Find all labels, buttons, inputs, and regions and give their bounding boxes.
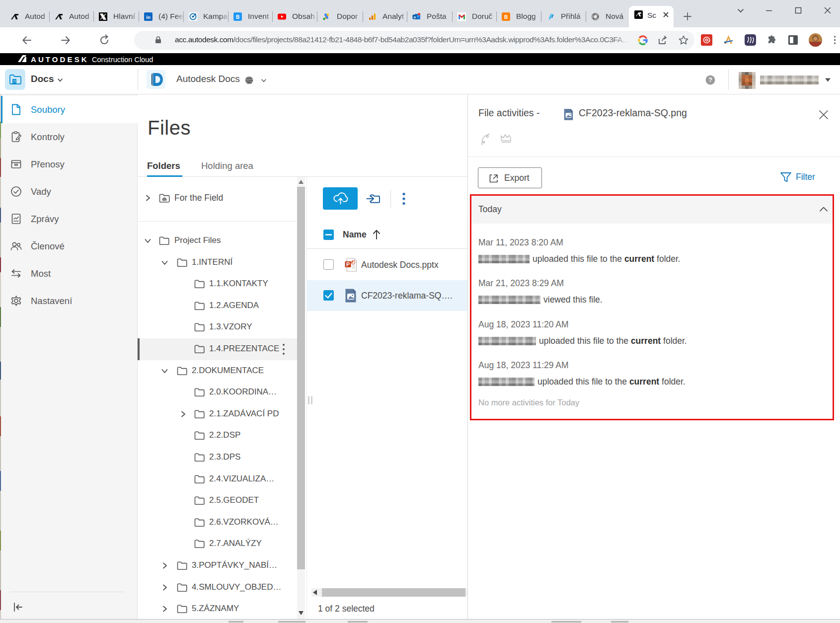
product-caret-icon[interactable] (260, 77, 267, 84)
window-minimize-button[interactable] (764, 5, 774, 15)
file-row-pptx[interactable]: P Autodesk Docs.pptx (306, 249, 467, 280)
browser-menu-kebab-icon[interactable] (829, 34, 840, 46)
tree-item-kebab-icon[interactable] (282, 343, 286, 355)
tab-search-icon[interactable] (736, 5, 746, 15)
chevron-right-icon[interactable] (161, 605, 168, 613)
sidebar-item-soubory[interactable]: Soubory (0, 96, 138, 123)
tree-item-2-2-dsp[interactable]: 2.2.DSP (138, 425, 297, 447)
new-tab-button[interactable] (682, 10, 693, 22)
collapse-sidebar-icon[interactable] (12, 601, 24, 613)
sort-ascending-icon[interactable] (372, 229, 382, 240)
chevron-right-icon[interactable] (161, 562, 168, 569)
extension-screenshot-icon[interactable] (723, 34, 734, 46)
chevron-down-icon[interactable] (161, 259, 168, 266)
column-header-name[interactable]: Name (343, 230, 367, 240)
tree-item-1-3-vzory[interactable]: 1.3.VZORY (138, 316, 297, 338)
tree-item-for-the-field[interactable]: For the Field (138, 188, 297, 208)
tree-item-2-4-vizualiza-[interactable]: 2.4.VIZUALIZA… (138, 468, 297, 490)
tab-holding-area[interactable]: Holding area (201, 160, 253, 171)
module-name[interactable]: Docs (31, 74, 54, 84)
sidebar-item-zpravy[interactable]: Zprávy (0, 205, 138, 233)
share-icon[interactable] (657, 34, 669, 46)
scroll-up-icon[interactable] (299, 180, 304, 184)
tab-9[interactable]: Pošta (427, 12, 454, 22)
tree-item-4-smlouvy-objed-[interactable]: 4.SMLOUVY_OBJED… (138, 577, 297, 599)
export-button[interactable]: Export (478, 167, 542, 188)
crown-icon[interactable] (499, 132, 513, 146)
tab-10[interactable]: Doruč (472, 12, 499, 22)
row-checkbox[interactable] (323, 259, 334, 270)
tree-item-2-1-zad-vac-pd[interactable]: 2.1.ZADÁVACÍ PD (138, 403, 297, 425)
tab-5[interactable]: Invent (248, 12, 275, 22)
browser-profile-avatar[interactable] (809, 33, 822, 47)
tree-item-1-2-agenda[interactable]: 1.2.AGENDA (138, 295, 297, 317)
window-maximize-button[interactable] (793, 5, 803, 15)
select-all-checkbox[interactable] (323, 230, 334, 240)
close-panel-icon[interactable] (818, 109, 829, 120)
extension-wave-icon[interactable] (745, 34, 756, 46)
window-close-button[interactable] (823, 5, 833, 15)
chevron-right-icon[interactable] (144, 194, 152, 202)
tab-1[interactable]: Autod (69, 12, 96, 22)
user-name-blurred[interactable] (760, 76, 819, 84)
tree-item-3-popt-vky-nab-[interactable]: 3.POPTÁVKY_NABÍ… (138, 555, 297, 577)
extension-red-icon[interactable] (701, 34, 712, 46)
module-caret-icon[interactable] (57, 77, 64, 83)
move-to-folder-icon[interactable] (366, 193, 381, 205)
address-bar[interactable]: acc.autodesk.com/docs/files/projects/88a… (134, 31, 694, 50)
tree-item-2-3-dps[interactable]: 2.3.DPS (138, 447, 297, 468)
today-group-header[interactable]: Today (471, 196, 833, 224)
tab-folders[interactable]: Folders (147, 160, 180, 171)
markup-squiggle-icon[interactable] (479, 132, 493, 146)
user-caret-icon[interactable] (825, 78, 831, 82)
tree-item-2-dokumentace[interactable]: 2.DOKUMENTACE (138, 360, 297, 382)
back-icon[interactable] (21, 34, 33, 46)
chevron-right-icon[interactable] (161, 584, 168, 591)
globe-icon[interactable] (244, 76, 254, 85)
forward-icon[interactable] (60, 34, 72, 46)
horizontal-scrollbar[interactable] (311, 588, 467, 597)
tree-item-2-7-anal-zy[interactable]: 2.7.ANALÝZY (138, 533, 297, 555)
chevron-right-icon[interactable] (179, 410, 187, 418)
tab-11[interactable]: Blogg (516, 12, 543, 22)
hscroll-thumb[interactable] (322, 588, 465, 597)
lock-icon[interactable] (154, 36, 162, 44)
tree-item-project-files[interactable]: Project Files (138, 230, 297, 252)
tab-4[interactable]: Kampa (203, 12, 230, 22)
help-icon[interactable]: ? (705, 75, 715, 85)
sidebar-item-prenosy[interactable]: Přenosy (0, 151, 138, 178)
scroll-left-icon[interactable] (313, 590, 317, 595)
tree-item-1-1-kontakty[interactable]: 1.1.KONTAKTY (138, 273, 297, 295)
filter-button[interactable]: Filter (780, 171, 835, 183)
sidebar-item-vady[interactable]: Vady (0, 178, 138, 205)
tab-2[interactable]: Hlavní (113, 12, 140, 22)
tree-item-1-4-prezentace[interactable]: 1.4.PREZENTACE (138, 338, 297, 360)
sidebar-item-nastaveni[interactable]: Nastavení (0, 287, 138, 314)
scroll-down-icon[interactable] (299, 611, 304, 615)
google-icon[interactable] (637, 34, 649, 46)
file-toolbar-kebab-icon[interactable] (402, 192, 406, 205)
chevron-up-icon[interactable] (819, 206, 828, 213)
product-name[interactable]: Autodesk Docs (176, 74, 240, 84)
tree-item-1-intern-[interactable]: 1.INTERNÍ (138, 252, 297, 274)
sidebar-item-most[interactable]: Most (0, 260, 138, 287)
tab-8[interactable]: Analyt (382, 12, 409, 22)
tab-3[interactable]: (4) Fee (158, 12, 185, 22)
sidebar-item-clenove[interactable]: Členové (0, 233, 138, 260)
chevron-down-icon[interactable] (144, 237, 152, 244)
tree-item-2-5-geodet[interactable]: 2.5.GEODET (138, 490, 297, 512)
tab-active[interactable]: Sc (629, 6, 674, 27)
bookmark-star-icon[interactable] (678, 34, 689, 46)
tree-item-5-z-znamy[interactable]: 5.ZÁZNAMY (138, 598, 297, 620)
tab-12[interactable]: Přihlá (561, 12, 588, 22)
url-text[interactable]: acc.autodesk.com/docs/files/projects/88a… (175, 35, 631, 46)
extension-halfsquare-icon[interactable] (787, 34, 799, 46)
tab-7[interactable]: Dopor (337, 12, 364, 22)
tree-scrollbar[interactable] (297, 177, 305, 619)
tab-0[interactable]: Autod (25, 12, 52, 22)
tab-13[interactable]: Nová (606, 12, 632, 22)
file-row-image-selected[interactable]: CF2023-reklama-SQ…. (306, 280, 467, 311)
user-avatar[interactable] (739, 71, 756, 89)
reload-icon[interactable] (98, 34, 110, 46)
tree-item-2-6-vzorkov-[interactable]: 2.6.VZORKOVÁ… (138, 512, 297, 534)
